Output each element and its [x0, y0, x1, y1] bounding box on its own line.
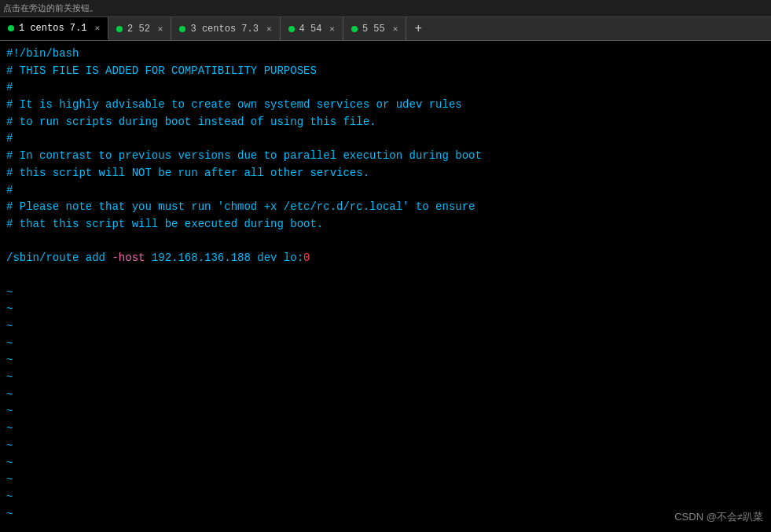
line-route: /sbin/route add -host 192.168.136.188 de… [6, 250, 765, 267]
line-11: # that this script will be executed duri… [6, 216, 765, 233]
route-host-flag: -host [112, 251, 145, 264]
tab-3-label: 3 centos 7.3 [190, 24, 258, 35]
line-1: #!/bin/bash [6, 46, 765, 63]
tilde-11: ~ [6, 455, 765, 472]
tilde-9: ~ [6, 420, 765, 438]
tab-3-close[interactable]: ✕ [266, 24, 272, 34]
tab-1[interactable]: 1 centos 7.1 ✕ [0, 17, 108, 40]
tab-5[interactable]: 5 55 ✕ [343, 17, 406, 40]
tab-add-button[interactable]: + [406, 17, 430, 40]
tab-1-close[interactable]: ✕ [94, 23, 100, 33]
tab-4[interactable]: 4 54 ✕ [281, 17, 343, 40]
line-3: # [6, 79, 765, 97]
tab-add-icon: + [414, 22, 422, 36]
tilde-14: ~ [6, 506, 765, 523]
tilde-3: ~ [6, 318, 765, 336]
tab-4-label: 4 54 [299, 24, 322, 35]
tab-4-close[interactable]: ✕ [329, 24, 335, 34]
tab-2-close[interactable]: ✕ [158, 24, 163, 34]
route-number: 0 [303, 251, 310, 264]
line-10: # Please note that you must run 'chmod +… [6, 199, 765, 216]
tilde-10: ~ [6, 438, 765, 455]
tilde-5: ~ [6, 352, 765, 369]
tab-2[interactable]: 2 52 ✕ [108, 17, 171, 40]
tab-4-dot [288, 26, 295, 32]
tilde-7: ~ [6, 387, 765, 404]
tilde-12: ~ [6, 471, 765, 489]
editor: #!/bin/bash # THIS FILE IS ADDED FOR COM… [0, 41, 771, 532]
tab-2-label: 2 52 [127, 24, 150, 35]
line-12 [6, 233, 765, 251]
line-8: # this script will NOT be run after all … [6, 165, 765, 182]
tab-3-dot [179, 26, 185, 32]
top-bar: 点击在旁边的前关按钮。 [0, 0, 771, 17]
line-4: # It is highly advisable to create own s… [6, 97, 765, 114]
line-9: # [6, 182, 765, 200]
tilde-13: ~ [6, 489, 765, 506]
tilde-2: ~ [6, 301, 765, 318]
tab-1-dot [8, 25, 14, 31]
tab-5-label: 5 55 [362, 24, 385, 35]
line-5: # to run scripts during boot instead of … [6, 114, 765, 131]
line-7: # In contrast to previous versions due t… [6, 148, 765, 165]
tilde-4: ~ [6, 336, 765, 353]
tab-2-dot [116, 26, 123, 32]
tilde-6: ~ [6, 369, 765, 387]
tab-5-close[interactable]: ✕ [393, 24, 398, 34]
line-empty [6, 267, 765, 284]
line-2: # THIS FILE IS ADDED FOR COMPATIBILITY P… [6, 63, 765, 80]
tab-1-label: 1 centos 7.1 [19, 23, 86, 34]
watermark: CSDN @不会≠趴菜 [674, 510, 763, 524]
tab-bar: 1 centos 7.1 ✕ 2 52 ✕ 3 centos 7.3 ✕ 4 5… [0, 17, 771, 41]
tab-3[interactable]: 3 centos 7.3 ✕ [171, 17, 280, 40]
line-6: # [6, 130, 765, 148]
route-prefix: /sbin/route add [6, 251, 112, 264]
top-bar-text: 点击在旁边的前关按钮。 [3, 2, 98, 14]
route-ip: 192.168.136.188 dev lo: [145, 251, 303, 264]
tilde-1: ~ [6, 284, 765, 302]
tab-5-dot [351, 26, 358, 32]
tilde-8: ~ [6, 403, 765, 420]
